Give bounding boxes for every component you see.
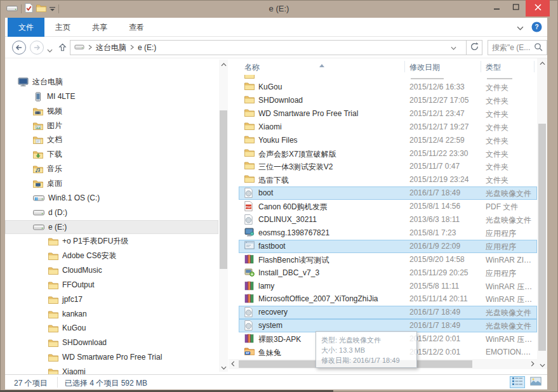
list-scrollbar-thumb[interactable] bbox=[538, 124, 546, 351]
scroll-up-arrow-icon[interactable] bbox=[537, 58, 547, 67]
file-row[interactable]: FlashBench读写测试2015/9/20 14:58WinRAR ZIP … bbox=[239, 253, 537, 266]
column-header-name[interactable]: 名称 bbox=[244, 62, 260, 73]
ribbon-tab[interactable]: 主页 bbox=[44, 18, 81, 37]
file-row[interactable]: SHDownload2015/12/27 17:05文件夹 bbox=[239, 94, 537, 107]
tree-item[interactable]: 音乐 bbox=[5, 162, 218, 176]
file-date-modified: 2015/12/2 0:01 bbox=[409, 348, 460, 356]
file-row[interactable]: Install_DBC_v7_32015/11/29 20:25应用程序 bbox=[239, 266, 537, 280]
ribbon-tab[interactable]: 共享 bbox=[81, 18, 118, 37]
file-row[interactable]: boot2016/1/7 18:49光盘映像文件 bbox=[239, 186, 537, 200]
breadcrumb-item[interactable]: 这台电脑 bbox=[96, 42, 126, 53]
thumbnails-view-button[interactable] bbox=[528, 376, 543, 388]
tree-item-label: 音乐 bbox=[47, 164, 62, 174]
file-row[interactable]: 迅雷下载2015/12/19 23:24文件夹 bbox=[239, 173, 537, 186]
list-vertical-scrollbar[interactable] bbox=[537, 58, 547, 369]
forward-button[interactable] bbox=[29, 40, 44, 57]
tree-item[interactable]: MI 4LTE bbox=[5, 89, 218, 103]
column-header-date-modified[interactable]: 修改日期 bbox=[409, 62, 440, 73]
help-icon[interactable]: ? bbox=[531, 22, 542, 34]
qat-customize-chevron-icon[interactable] bbox=[50, 4, 55, 13]
file-row[interactable]: 会声会影X7顶宣破解版2015/11/22 23:30文件夹 bbox=[239, 147, 537, 160]
file-row[interactable]: system2016/1/7 18:49光盘映像文件 bbox=[239, 319, 537, 332]
tree-item[interactable]: +o P1手表DFU升级 bbox=[5, 234, 218, 248]
file-date-modified: 2016/1/9 22:09 bbox=[409, 242, 460, 251]
close-icon bbox=[534, 3, 542, 13]
tree-item[interactable]: FFOutput bbox=[5, 278, 218, 292]
tree-item[interactable]: 图片 bbox=[5, 119, 218, 133]
scroll-right-arrow-icon[interactable] bbox=[528, 359, 537, 369]
tree-item[interactable]: CloudMusic bbox=[5, 263, 218, 277]
file-row[interactable]: 三位一体3测试安装V22015/11/7 0:47文件夹 bbox=[239, 160, 537, 173]
thumbnails-view-icon bbox=[530, 377, 541, 388]
ribbon-right-controls: ? bbox=[517, 22, 542, 34]
file-row[interactable]: eosmsg.13987678212015/8/1 7:23应用程序 bbox=[239, 226, 537, 240]
file-date-modified: 2015/5/8 11:11 bbox=[409, 282, 459, 291]
close-button[interactable] bbox=[526, 0, 550, 16]
ribbon-collapse-chevron-icon[interactable] bbox=[517, 23, 524, 32]
view-buttons bbox=[510, 376, 543, 388]
column-divider[interactable] bbox=[481, 61, 481, 72]
tree-item[interactable]: WD Smartware Pro Free Trial bbox=[5, 350, 218, 364]
tree-item[interactable]: SHDownload bbox=[5, 336, 218, 350]
tree-item[interactable]: 桌面 bbox=[5, 176, 218, 190]
scroll-down-arrow-icon[interactable] bbox=[219, 363, 228, 372]
address-dropdown-chevron-icon[interactable] bbox=[451, 43, 456, 52]
tree-item[interactable]: 这台电脑 bbox=[5, 75, 218, 89]
column-header-type[interactable]: 类型 bbox=[486, 62, 501, 73]
refresh-button[interactable] bbox=[467, 40, 482, 55]
tree-item[interactable]: Adobe CS6安装 bbox=[5, 249, 218, 263]
address-bar[interactable]: 这台电脑e (E:) bbox=[70, 40, 467, 55]
tree-item-label: Win8.1 OS (C:) bbox=[48, 193, 100, 202]
file-row[interactable]: Xiaomi2015/12/17 19:27文件夹 bbox=[239, 121, 537, 134]
sidebar-scrollbar-thumb[interactable] bbox=[220, 110, 227, 269]
tree-item[interactable]: 文档 bbox=[5, 133, 218, 147]
new-folder-icon[interactable] bbox=[36, 4, 46, 14]
file-row[interactable]: CDLINUX_302112013/6/3 18:11光盘映像文件 bbox=[239, 213, 537, 226]
recent-locations-chevron-icon[interactable] bbox=[47, 46, 53, 55]
properties-icon[interactable] bbox=[25, 3, 33, 15]
ribbon-tab[interactable]: 查看 bbox=[118, 18, 155, 37]
tree-item[interactable]: Xiaomi bbox=[5, 365, 218, 374]
file-row[interactable]: MicrosoftOffice_2007_XiTongZhiJia2015/11… bbox=[239, 292, 537, 306]
back-button[interactable] bbox=[11, 40, 27, 57]
tree-item[interactable]: kankan bbox=[5, 307, 218, 321]
search-input[interactable]: 搜索"e (E... bbox=[488, 40, 547, 55]
up-button[interactable] bbox=[57, 42, 68, 55]
clipped-text bbox=[487, 78, 512, 79]
ribbon-tab[interactable]: 文件 bbox=[8, 18, 44, 37]
file-name: Install_DBC_v7_3 bbox=[258, 268, 319, 277]
breadcrumb-item[interactable]: e (E:) bbox=[138, 43, 156, 52]
file-row[interactable]: recovery2016/1/7 18:49光盘映像文件 bbox=[239, 306, 537, 319]
sidebar-scrollbar[interactable] bbox=[219, 60, 228, 372]
minimize-button[interactable] bbox=[488, 0, 507, 15]
details-view-button[interactable] bbox=[510, 376, 525, 388]
maximize-button[interactable] bbox=[507, 0, 526, 15]
file-row[interactable]: WD Smartware Pro Free Trial2015/12/1 23:… bbox=[239, 107, 537, 121]
tree-item-label: 下载 bbox=[47, 149, 62, 160]
tree-item[interactable]: KuGou bbox=[5, 321, 218, 335]
tree-item[interactable]: e (E:) bbox=[5, 220, 218, 234]
navigation-bar: 这台电脑e (E:) 搜索"e (E... bbox=[5, 37, 547, 58]
breadcrumb-separator-icon[interactable] bbox=[130, 43, 134, 52]
column-divider[interactable] bbox=[534, 61, 535, 72]
file-row[interactable]: lamy2015/5/8 11:11WinRAR 压缩文件 bbox=[239, 280, 537, 293]
tree-item[interactable]: 视频 bbox=[5, 104, 218, 118]
file-row[interactable]: Youku Files2015/12/4 22:59文件夹 bbox=[239, 134, 537, 147]
divider bbox=[21, 4, 22, 13]
scroll-down-arrow-icon[interactable] bbox=[537, 360, 547, 369]
scroll-up-arrow-icon[interactable] bbox=[219, 60, 228, 69]
scroll-left-arrow-icon[interactable] bbox=[229, 359, 237, 369]
tree-item[interactable]: d (D:) bbox=[5, 206, 218, 219]
system-drive-icon bbox=[33, 194, 44, 202]
tree-item[interactable]: 下载 bbox=[5, 147, 218, 161]
file-row[interactable]: fastboot2016/1/9 22:09应用程序 bbox=[239, 240, 537, 253]
tree-item-label: CloudMusic bbox=[62, 266, 102, 275]
file-row[interactable]: KuGou2015/12/6 16:33文件夹 bbox=[239, 81, 537, 94]
breadcrumb-separator-icon[interactable] bbox=[88, 43, 92, 52]
tree-item[interactable]: jpfc17 bbox=[5, 292, 218, 306]
tree-item[interactable]: Win8.1 OS (C:) bbox=[5, 191, 218, 205]
file-row[interactable]: PDFCanon 60D购机发票2015/8/1 14:56PDF 文件 bbox=[239, 200, 537, 213]
column-divider[interactable] bbox=[404, 61, 405, 72]
file-row[interactable] bbox=[239, 75, 537, 81]
file-date-modified: 2015/11/22 23:30 bbox=[409, 149, 468, 158]
